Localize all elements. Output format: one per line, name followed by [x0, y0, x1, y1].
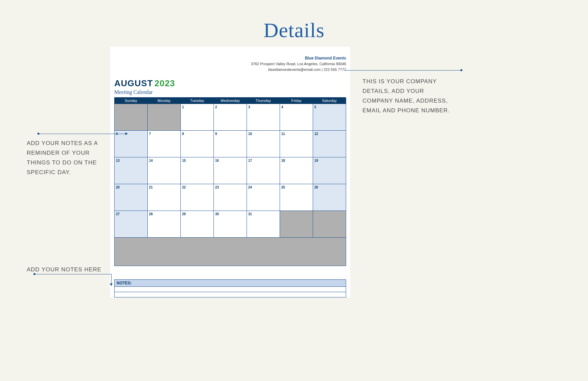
- calendar-cell[interactable]: 8: [181, 131, 214, 157]
- calendar-cell[interactable]: 19: [313, 157, 346, 184]
- callout-line: [38, 134, 127, 134]
- page-title: Details: [0, 0, 588, 42]
- calendar-cell[interactable]: 23: [214, 184, 247, 211]
- day-header: Saturday: [313, 98, 346, 104]
- calendar-cell[interactable]: 28: [148, 211, 181, 238]
- annotation-company: THIS IS YOUR COMPANY DETAILS, ADD YOUR C…: [362, 77, 456, 116]
- callout-arrow-icon: [110, 283, 113, 286]
- notes-line: [114, 287, 346, 292]
- callout-line: [344, 70, 460, 71]
- calendar-cell[interactable]: 27: [115, 211, 148, 238]
- annotation-day-notes: ADD YOUR NOTES AS A REMINDER OF YOUR THI…: [27, 139, 100, 177]
- month-header: AUGUST 2023: [110, 72, 350, 89]
- calendar-cell[interactable]: 29: [181, 211, 214, 238]
- calendar-cell[interactable]: 13: [115, 157, 148, 184]
- calendar-cell[interactable]: 3: [247, 104, 280, 131]
- calendar-cell[interactable]: 11: [280, 131, 313, 157]
- calendar-cell[interactable]: 21: [148, 184, 181, 211]
- calendar-grid: SundayMondayTuesdayWednesdayThursdayFrid…: [114, 97, 346, 238]
- calendar-cell[interactable]: 10: [247, 131, 280, 157]
- notes-section: NOTES:: [114, 279, 346, 297]
- calendar-cell[interactable]: [115, 104, 148, 131]
- month-label: AUGUST: [114, 78, 153, 88]
- company-name: Blue Diamond Events: [110, 55, 346, 61]
- calendar-cell[interactable]: 17: [247, 157, 280, 184]
- calendar-cell[interactable]: 12: [313, 131, 346, 157]
- calendar-cell[interactable]: 14: [148, 157, 181, 184]
- calendar-cell[interactable]: [148, 104, 181, 131]
- calendar-cell[interactable]: 1: [181, 104, 214, 131]
- notes-header: NOTES:: [114, 279, 346, 287]
- calendar-cell[interactable]: 18: [280, 157, 313, 184]
- callout-dot: [37, 133, 39, 135]
- year-label: 2023: [154, 78, 175, 88]
- callout-dot: [33, 273, 35, 275]
- callout-line: [34, 274, 111, 274]
- calendar-cell[interactable]: 26: [313, 184, 346, 211]
- company-details: Blue Diamond Events 3762 Prospect Valley…: [110, 55, 350, 72]
- calendar-cell[interactable]: 5: [313, 104, 346, 131]
- day-header: Tuesday: [181, 98, 214, 104]
- company-address: 3762 Prospect Valley Road, Los Angeles, …: [110, 61, 346, 67]
- calendar-cell[interactable]: 7: [148, 131, 181, 157]
- day-header: Friday: [280, 98, 313, 104]
- notes-line: [114, 292, 346, 297]
- calendar-overflow-area: [114, 238, 346, 266]
- annotation-notes: ADD YOUR NOTES HERE: [27, 265, 102, 275]
- day-header: Monday: [148, 98, 181, 104]
- calendar-document: Blue Diamond Events 3762 Prospect Valley…: [110, 47, 350, 297]
- calendar-cell[interactable]: 6: [115, 131, 148, 157]
- callout-line: [111, 274, 112, 284]
- calendar-cell[interactable]: 4: [280, 104, 313, 131]
- calendar-cell[interactable]: 22: [181, 184, 214, 211]
- calendar-cell[interactable]: 25: [280, 184, 313, 211]
- calendar-cell[interactable]: 2: [214, 104, 247, 131]
- day-header: Sunday: [115, 98, 148, 104]
- calendar-cell[interactable]: 15: [181, 157, 214, 184]
- calendar-cell[interactable]: [313, 211, 346, 238]
- day-header: Thursday: [247, 98, 280, 104]
- day-header: Wednesday: [214, 98, 247, 104]
- calendar-cell[interactable]: 20: [115, 184, 148, 211]
- callout-arrow-icon: [125, 132, 128, 135]
- calendar-cell[interactable]: 30: [214, 211, 247, 238]
- calendar-cell[interactable]: 24: [247, 184, 280, 211]
- calendar-subtitle: Meeting Calendar: [110, 89, 350, 97]
- calendar-cell[interactable]: 31: [247, 211, 280, 238]
- calendar-cell[interactable]: 9: [214, 131, 247, 157]
- company-contact: bluediamondevents@email.com | 222 555 77…: [110, 67, 346, 73]
- calendar-cell[interactable]: 16: [214, 157, 247, 184]
- calendar-cell[interactable]: [280, 211, 313, 238]
- callout-dot: [460, 69, 462, 71]
